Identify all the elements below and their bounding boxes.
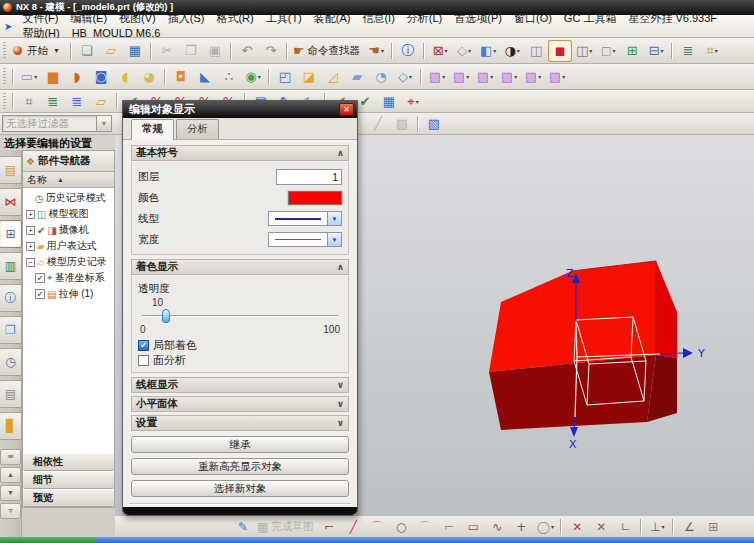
group-facet-body[interactable]: 小平面体: [131, 396, 349, 412]
hole-icon[interactable]: ◙: [89, 66, 113, 88]
history-icon[interactable]: ◷: [0, 348, 22, 376]
profile-icon[interactable]: ⌐: [317, 516, 341, 538]
shaded-object-icon[interactable]: ◼: [548, 40, 572, 62]
new-file-icon[interactable]: ❏: [75, 40, 99, 62]
linetype-dropdown[interactable]: ▼: [268, 211, 342, 226]
group-header-basic-symbols[interactable]: 基本符号: [131, 145, 349, 161]
render-style-icon[interactable]: ◑▾: [500, 40, 524, 62]
sync-offset-region-icon[interactable]: ▧▾: [473, 66, 497, 88]
menu-item[interactable]: 分析(L): [401, 10, 448, 26]
select-new-objects-button[interactable]: 选择新对象: [131, 480, 349, 497]
dialog-close-icon[interactable]: [339, 103, 354, 116]
analysis-csys-icon[interactable]: ⌖▾: [401, 90, 425, 112]
redo-icon[interactable]: ↷: [259, 40, 283, 62]
transparency-slider[interactable]: [142, 309, 338, 323]
more-sketch-tools-icon[interactable]: ⊞: [701, 516, 725, 538]
chamfer-icon[interactable]: ◕: [137, 66, 161, 88]
tree-item[interactable]: ✔▤拉伸 (1): [23, 286, 114, 302]
tree-item[interactable]: −▱模型历史记录: [23, 254, 114, 270]
rehighlight-objects-button[interactable]: 重新高亮显示对象: [131, 458, 349, 475]
section-preview[interactable]: 预览: [23, 489, 114, 507]
color-swatch[interactable]: [288, 191, 342, 205]
toolbar-grip[interactable]: [3, 42, 6, 60]
menu-item[interactable]: 编辑(E): [64, 10, 113, 26]
rectangle-icon[interactable]: ▭: [461, 516, 485, 538]
linetype-dropdown-arrow-icon[interactable]: ▼: [327, 212, 341, 225]
scroll-down-button[interactable]: ▾: [0, 485, 21, 501]
sync-pull-face-icon[interactable]: ▧▾: [449, 66, 473, 88]
save-icon[interactable]: ▦: [123, 40, 147, 62]
wireframe-view-icon[interactable]: ◫: [524, 40, 548, 62]
make-corner-icon[interactable]: ∟: [613, 516, 637, 538]
tree-item[interactable]: +◫模型视图: [23, 206, 114, 222]
inherit-button[interactable]: 继承: [131, 436, 349, 453]
menu-item[interactable]: GC 工具箱: [558, 10, 623, 26]
web-browser-icon[interactable]: ❐: [0, 316, 22, 344]
circle-icon[interactable]: ○: [389, 516, 413, 538]
menu-item[interactable]: 工具(T): [260, 10, 308, 26]
tree-item[interactable]: +▰用户表达式: [23, 238, 114, 254]
menu-item[interactable]: 插入(S): [162, 10, 211, 26]
fillet-icon[interactable]: ⌒: [413, 516, 437, 538]
unite-icon[interactable]: ◉▾: [241, 66, 265, 88]
line-icon[interactable]: ╱: [341, 516, 365, 538]
menu-item[interactable]: 窗口(O): [508, 10, 558, 26]
arc-icon[interactable]: ⌒: [365, 516, 389, 538]
layer-settings-icon[interactable]: ≣: [676, 40, 700, 62]
layer-visible-icon[interactable]: ≣: [65, 90, 89, 112]
datum-plane-icon[interactable]: ◇▾: [393, 66, 417, 88]
window-close-icon[interactable]: ⊠▾: [428, 40, 452, 62]
tree-item[interactable]: ✔⌖基准坐标系: [23, 270, 114, 286]
orient-view-alt-icon[interactable]: ⊟▾: [644, 40, 668, 62]
constraints-icon[interactable]: ⊥▾: [645, 516, 669, 538]
trim-body-icon[interactable]: ◪: [297, 66, 321, 88]
ellipse-icon[interactable]: ◯▾: [533, 516, 557, 538]
sketch-icon[interactable]: ▭▾: [17, 66, 41, 88]
touch-mode-icon[interactable]: ☚▾: [364, 40, 388, 62]
open-icon[interactable]: ▱: [99, 40, 123, 62]
info-table-icon[interactable]: ▦: [377, 90, 401, 112]
scroll-up-button[interactable]: ▴: [0, 467, 21, 483]
system-materials-icon[interactable]: ▤: [0, 380, 22, 408]
scroll-bottom-button[interactable]: ▿: [0, 503, 21, 519]
menu-item[interactable]: 星空外挂 V6.933F: [622, 10, 723, 26]
solid-body-icon[interactable]: ▧: [422, 113, 446, 135]
expand-icon[interactable]: +: [26, 210, 35, 219]
rib-icon[interactable]: ◣: [193, 66, 217, 88]
sync-replace-face-icon[interactable]: ▧▾: [497, 66, 521, 88]
menu-item[interactable]: 格式(R): [210, 10, 259, 26]
group-header-shaded-display[interactable]: 着色显示: [131, 259, 349, 275]
corner-arc-icon[interactable]: ⌐: [437, 516, 461, 538]
section-dependencies[interactable]: 相依性: [23, 453, 114, 471]
expand-icon[interactable]: +: [26, 242, 35, 251]
tab-general[interactable]: 常规: [131, 119, 174, 140]
section-details[interactable]: 细节: [23, 471, 114, 489]
thicken-icon[interactable]: ◔: [369, 66, 393, 88]
partial-shade-checkbox[interactable]: [138, 340, 149, 351]
facet-view-icon[interactable]: ◫▾: [572, 40, 596, 62]
tab-analysis[interactable]: 分析: [176, 119, 219, 139]
rotate-view-icon[interactable]: ◇▾: [452, 40, 476, 62]
revolve-icon[interactable]: ◗: [65, 66, 89, 88]
studio-spline-icon[interactable]: ∿: [485, 516, 509, 538]
sweep-icon[interactable]: ▰: [345, 66, 369, 88]
orient-view-icon[interactable]: ⊞: [620, 40, 644, 62]
shell-icon[interactable]: ◰: [273, 66, 297, 88]
layer-category-icon[interactable]: ≣: [41, 90, 65, 112]
edge-blend-icon[interactable]: ◖: [113, 66, 137, 88]
toolbar-grip[interactable]: [3, 93, 6, 108]
tree-checkbox[interactable]: ✔: [35, 289, 45, 299]
group-wireframe-display[interactable]: 线框显示: [131, 377, 349, 393]
sync-move-face-icon[interactable]: ▧▾: [425, 66, 449, 88]
dimension-icon[interactable]: ∠: [677, 516, 701, 538]
face-analysis-checkbox[interactable]: [138, 355, 149, 366]
quick-extend-icon[interactable]: ✕: [589, 516, 613, 538]
collapse-icon[interactable]: −: [26, 258, 35, 267]
navigator-column-header[interactable]: 名称 ▲: [23, 172, 114, 188]
datum-csys-icon[interactable]: ⌗: [17, 90, 41, 112]
extrude-icon[interactable]: ▆: [41, 66, 65, 88]
pocket-icon[interactable]: ◘: [169, 66, 193, 88]
sync-resize-blend-icon[interactable]: ▧▾: [521, 66, 545, 88]
resource-pin-button[interactable]: ≡: [0, 449, 21, 465]
menu-item[interactable]: 首选项(P): [448, 10, 508, 26]
